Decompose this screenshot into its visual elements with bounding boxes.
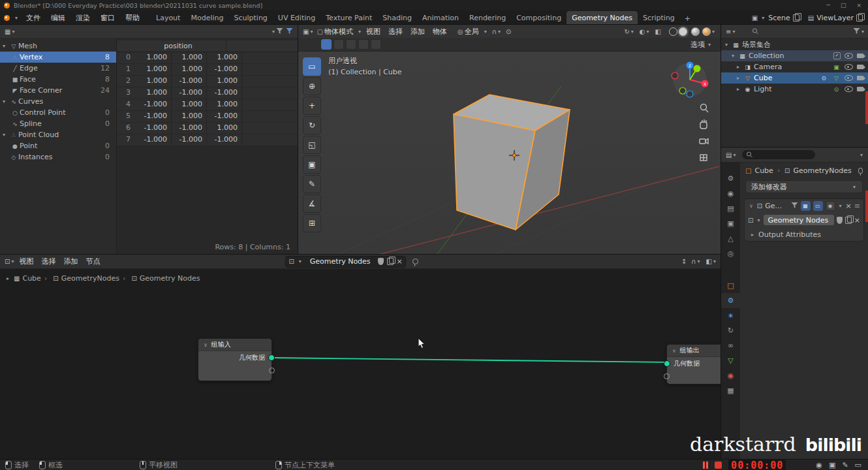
tab-output[interactable]: ▤ [721,201,740,216]
node-group-input[interactable]: ∨ 组输入 几何数据 [198,338,272,381]
table-row[interactable]: 11.0001.000-1.000 [117,64,298,76]
geometry-input-socket[interactable] [664,360,670,367]
filter-active-icon[interactable] [286,28,293,35]
collapse-icon[interactable]: ▾ [3,43,9,49]
table-row[interactable]: 7-1.000-1.000-1.000 [117,134,298,146]
monitor-icon[interactable]: ▭ [855,461,861,469]
tab-geometry-nodes[interactable]: Geometry Nodes [566,11,638,25]
geometry-output-socket[interactable] [268,354,275,361]
expand-icon[interactable]: ▸ [737,64,743,70]
disable-render-icon[interactable] [857,54,863,58]
tab-rendering[interactable]: Rendering [464,11,511,25]
tree-group-point-cloud[interactable]: ▾ ∴ Point Cloud [0,129,116,140]
tree-item-face[interactable]: ■ Face 8 [0,74,116,85]
collection-checkbox[interactable]: ✓ [833,52,841,59]
tool-annotate[interactable]: ✎ [303,175,321,193]
virtual-output-socket[interactable] [269,368,275,373]
duplicate-datablock-icon[interactable] [845,217,852,224]
tab-scripting[interactable]: Scripting [638,11,680,25]
outliner-item-cube[interactable]: ▸ ▽ Cube ⚙ ▽ [721,72,868,84]
node-tree-name-field[interactable]: Geometry Nodes [764,215,833,225]
outliner-scene-collection[interactable]: ▾ ▦ 场景集合 [721,39,868,50]
column-header-position[interactable]: position [131,40,226,52]
outliner-item-camera[interactable]: ▸ ◨ Camera ▣ [721,61,868,72]
minimize-button[interactable]: ─ [827,2,830,8]
tab-texture-paint[interactable]: Texture Paint [320,11,377,25]
draw-pencil-icon[interactable]: ✎ [842,461,848,469]
edit-mode-toggle-icon[interactable]: ▦ [801,201,811,211]
realtime-toggle-icon[interactable]: ▭ [813,201,823,211]
breadcrumb-node-tree[interactable]: GeometryNodes [793,166,851,175]
tab-animation[interactable]: Animation [417,11,464,25]
viewport-3d[interactable]: ▣ ▾ ▢ 物体模式 ▾ 视图 选择 添加 物体 ◎ 全局 ▾ ∩ ▾ ⊙ ↻ … [298,25,721,255]
tree-item-vertex[interactable]: ∴ Vertex 8 [0,52,116,63]
perspective-toggle-icon[interactable] [700,155,707,161]
table-row[interactable]: 21.000-1.0001.000 [117,76,298,87]
expand-icon[interactable]: ▸ [737,75,743,81]
collapse-icon[interactable]: ▾ [3,99,9,104]
blender-menu-icon[interactable] [4,15,10,21]
tab-shading[interactable]: Shading [377,11,417,25]
spreadsheet-editor-icon[interactable]: ▦ [5,28,10,35]
tab-view-layer[interactable]: ▣ [721,216,740,231]
tool-rotate[interactable]: ↻ [303,116,321,134]
tool-measure[interactable]: ∡ [303,195,321,213]
collapse-icon[interactable]: ∨ [672,348,676,354]
hide-viewport-icon[interactable] [845,64,853,70]
hide-viewport-icon[interactable] [845,53,853,59]
collapse-icon[interactable]: ▾ [725,42,732,48]
tool-transform[interactable]: ▣ [303,155,321,174]
tab-physics[interactable]: ↻ [721,323,740,338]
tool-select-box[interactable]: ▭ [303,57,321,76]
output-attributes-subpanel[interactable]: ▸ Output Attributes [745,228,863,241]
modifier-wrench-icon[interactable]: ⚙ [820,75,828,82]
tab-object-data[interactable]: ▽ [721,353,740,368]
table-row[interactable]: 6-1.000-1.0001.000 [117,123,298,134]
outliner-item-collection[interactable]: ▾ ▦ Collection ✓ [721,50,868,61]
table-row[interactable]: 31.000-1.000-1.000 [117,87,298,99]
collapse-icon[interactable]: ∨ [749,203,753,209]
record-dot-icon[interactable]: ◉ [816,461,822,469]
tab-object[interactable]: □ [721,278,740,293]
disable-render-icon[interactable] [857,76,863,80]
tab-render[interactable]: ◉ [721,186,740,201]
delete-modifier-icon[interactable]: × [846,202,852,210]
collapse-icon[interactable]: ▾ [3,132,9,138]
tab-compositing[interactable]: Compositing [511,11,566,25]
new-scene-icon[interactable] [793,14,799,22]
table-row[interactable]: 01.0001.0001.000 [117,52,298,64]
tool-cursor[interactable]: ⊕ [303,77,321,95]
collapse-icon[interactable]: ▾ [732,53,738,59]
tree-item-spline[interactable]: ∿ Spline 0 [0,118,116,129]
breadcrumb-modifier[interactable]: ⊡ GeometryNodes [44,274,119,283]
viewlayer-selector[interactable]: ▤ ViewLayer [803,14,863,22]
menu-edit[interactable]: 编辑 [46,11,70,25]
modifier-header[interactable]: ∨ ⊡ Ge... ▦ ▭ ◉ ▾ × ≡ [745,199,863,212]
filter-icon[interactable] [853,28,860,35]
zoom-icon[interactable] [701,104,709,113]
add-workspace-button[interactable]: + [680,12,695,25]
fake-user-icon[interactable] [837,217,843,224]
hide-viewport-icon[interactable] [845,86,853,92]
tab-material[interactable]: ◉ [721,368,740,383]
table-row[interactable]: 4-1.0001.0001.000 [117,99,298,111]
tool-scale[interactable]: ◱ [303,136,321,154]
tab-uv-editing[interactable]: UV Editing [273,11,320,25]
menu-file[interactable]: 文件 [22,11,45,25]
screenshot-camera-icon[interactable]: ▣ [829,461,835,469]
add-modifier-button[interactable]: 添加修改器 ▾ [745,180,863,193]
menu-help[interactable]: 帮助 [121,11,144,25]
tab-tool[interactable]: ⚙ [721,171,740,186]
tree-group-mesh[interactable]: ▾ ▽ Mesh [0,40,116,52]
collapse-icon[interactable]: ∨ [204,342,208,348]
filter-icon[interactable] [276,28,283,35]
new-viewlayer-icon[interactable] [856,14,863,22]
tab-texture[interactable]: ▦ [721,383,740,398]
pause-button[interactable] [703,462,708,469]
tool-move[interactable]: + [303,97,321,115]
disable-render-icon[interactable] [857,65,863,69]
virtual-input-socket[interactable] [664,373,670,379]
extras-dropdown-icon[interactable]: ▾ [839,203,842,209]
pan-hand-icon[interactable] [700,119,707,129]
tree-item-face-corner[interactable]: ◤ Face Corner 24 [0,85,116,96]
